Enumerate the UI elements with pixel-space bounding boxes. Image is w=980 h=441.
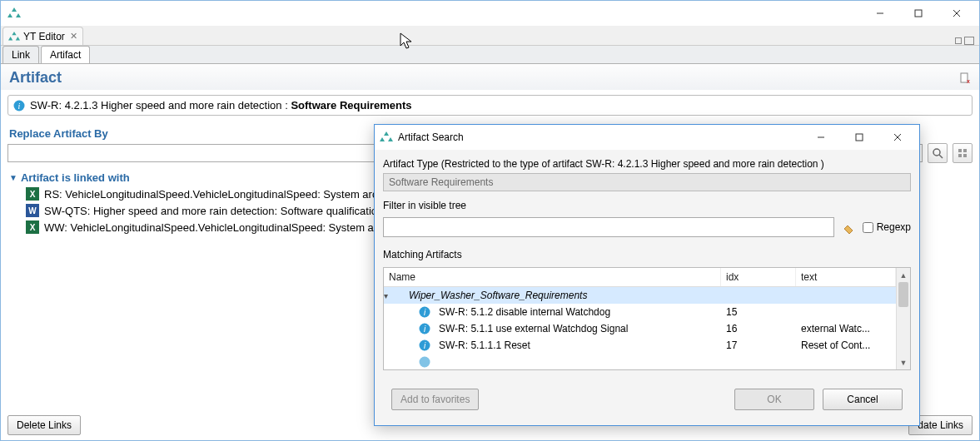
svg-text:W: W xyxy=(28,206,37,216)
dialog-title: Artifact Search xyxy=(398,131,464,143)
yt-dialog-icon xyxy=(380,131,393,144)
requirement-icon xyxy=(419,356,430,368)
excel-icon: X xyxy=(26,220,39,234)
link-item-label: WW: VehicleLongitudinalSpeed.VehicleLong… xyxy=(44,221,377,234)
editor-tab-yt[interactable]: YT Editor ✕ xyxy=(2,27,83,45)
artifact-type-combo[interactable]: Software Requirements xyxy=(383,173,911,191)
filter-label: Filter in visible tree xyxy=(383,196,911,215)
tree-header: Name idx text xyxy=(384,268,896,287)
document-delete-icon[interactable]: x xyxy=(959,72,971,84)
dialog-titlebar: Artifact Search xyxy=(375,125,919,150)
tree-node-label: SW-R: 5.1.1 use external Watchdog Signal xyxy=(434,322,721,335)
editor-tabstrip: YT Editor ✕ xyxy=(1,26,979,46)
svg-rect-12 xyxy=(958,154,962,157)
dialog-minimize-button[interactable] xyxy=(804,126,838,149)
regexp-checkbox[interactable]: Regexp xyxy=(863,221,911,233)
artifact-search-dialog: Artifact Search Artifact Type (Restricte… xyxy=(374,124,920,426)
window-close-button[interactable] xyxy=(938,1,976,26)
tree-row[interactable]: i SW-R: 5.1.1 use external Watchdog Sign… xyxy=(384,320,896,337)
col-text[interactable]: text xyxy=(796,268,896,286)
scroll-down-icon[interactable]: ▼ xyxy=(897,355,910,369)
svg-rect-13 xyxy=(963,154,967,157)
tab-artifact[interactable]: Artifact xyxy=(41,46,90,63)
doc-tabstrip: Link Artifact xyxy=(1,46,979,64)
tree-node-idx xyxy=(721,295,796,296)
delete-links-button[interactable]: Delete Links xyxy=(7,415,81,435)
tab-link-label: Link xyxy=(12,49,30,61)
collapse-icon: ▼ xyxy=(9,173,17,182)
col-name[interactable]: Name xyxy=(384,268,721,286)
requirement-icon: i xyxy=(419,323,430,334)
dialog-close-button[interactable] xyxy=(881,126,914,149)
word-icon: W xyxy=(26,204,39,217)
yt-tab-icon xyxy=(8,31,20,42)
tree-row[interactable] xyxy=(384,354,896,369)
tree-node-idx: 16 xyxy=(721,322,796,335)
section-header: Artifact x xyxy=(1,64,979,90)
svg-line-9 xyxy=(939,155,943,158)
chevron-down-icon[interactable]: ▾ xyxy=(384,291,388,300)
svg-point-32 xyxy=(420,357,430,368)
tree-node-label: SW-R: 5.1.1.1 Reset xyxy=(434,339,721,352)
info-icon: i xyxy=(13,100,25,111)
window-maximize-button[interactable] xyxy=(899,1,938,26)
linked-label: Artifact is linked with xyxy=(21,171,130,184)
link-item-label: RS: VehicleLongitudinalSpeed.VehicleLong… xyxy=(44,188,384,201)
context-text: SW-R: 4.2.1.3 Higher speed and more rain… xyxy=(30,99,412,111)
requirement-icon: i xyxy=(419,339,430,351)
section-title: Artifact xyxy=(9,69,62,87)
svg-rect-21 xyxy=(856,134,863,141)
svg-text:x: x xyxy=(967,78,970,84)
tree-node-label: SW-R: 5.1.2 disable internal Watchdog xyxy=(434,305,721,319)
cancel-button[interactable]: Cancel xyxy=(823,389,903,410)
dialog-maximize-button[interactable] xyxy=(843,126,876,149)
minimize-pane-icon[interactable] xyxy=(955,37,962,44)
maximize-pane-icon[interactable] xyxy=(964,37,974,45)
tree-node-text: Reset of Cont... xyxy=(796,339,896,352)
tab-link[interactable]: Link xyxy=(2,46,39,63)
regexp-checkbox-input[interactable] xyxy=(863,222,873,233)
context-prefix: SW-R: 4.2.1.3 Higher speed and more rain… xyxy=(30,99,291,111)
tree-scrollbar[interactable]: ▲ ▼ xyxy=(896,268,910,369)
matching-tree: Name idx text ▾ Wiper_Washer_Software_Re… xyxy=(383,267,911,370)
artifact-type-value: Software Requirements xyxy=(389,176,493,188)
tree-node-idx: 15 xyxy=(721,305,796,319)
close-tab-icon[interactable]: ✕ xyxy=(70,31,77,42)
regexp-label-text: Regexp xyxy=(877,221,911,233)
tab-artifact-label: Artifact xyxy=(50,49,81,61)
tree-node-label xyxy=(434,361,721,363)
yt-app-icon xyxy=(7,7,21,20)
context-category: Software Requirements xyxy=(291,99,411,111)
scroll-up-icon[interactable]: ▲ xyxy=(897,268,910,282)
tree-node-text xyxy=(796,361,896,363)
tree-node-text xyxy=(796,311,896,313)
link-item-label: SW-QTS: Higher speed and more rain detec… xyxy=(44,205,377,217)
clear-filter-icon[interactable] xyxy=(841,220,856,235)
filter-input[interactable] xyxy=(383,217,834,237)
tree-row[interactable]: i SW-R: 5.1.1.1 Reset 17 Reset of Cont..… xyxy=(384,337,896,354)
artifact-type-label: Artifact Type (Restricted to the type of… xyxy=(383,155,911,173)
window-minimize-button[interactable] xyxy=(861,1,899,26)
svg-rect-10 xyxy=(958,149,962,152)
svg-text:i: i xyxy=(18,102,21,111)
window-titlebar xyxy=(1,1,979,26)
matching-label: Matching Artifacts xyxy=(383,245,911,264)
artifact-context: i SW-R: 4.2.1.3 Higher speed and more ra… xyxy=(7,95,973,116)
tree-row-root[interactable]: ▾ Wiper_Washer_Software_Requirements xyxy=(384,287,896,304)
grid-button[interactable] xyxy=(953,143,973,163)
tree-node-idx xyxy=(721,361,796,363)
svg-point-8 xyxy=(933,149,940,156)
tree-row[interactable]: i SW-R: 5.1.2 disable internal Watchdog … xyxy=(384,304,896,320)
search-button[interactable] xyxy=(928,143,948,163)
tree-node-text: external Watc... xyxy=(796,322,896,335)
ok-button[interactable]: OK xyxy=(734,389,814,410)
tree-node-text xyxy=(796,295,896,296)
scroll-thumb[interactable] xyxy=(898,282,908,307)
excel-icon: X xyxy=(26,187,39,201)
svg-text:X: X xyxy=(30,190,36,199)
svg-text:X: X xyxy=(30,223,36,232)
col-idx[interactable]: idx xyxy=(721,268,796,286)
add-to-favorites-button[interactable]: Add to favorites xyxy=(391,389,479,410)
editor-tab-label: YT Editor xyxy=(23,31,65,42)
tree-node-label: Wiper_Washer_Software_Requirements xyxy=(404,289,721,302)
